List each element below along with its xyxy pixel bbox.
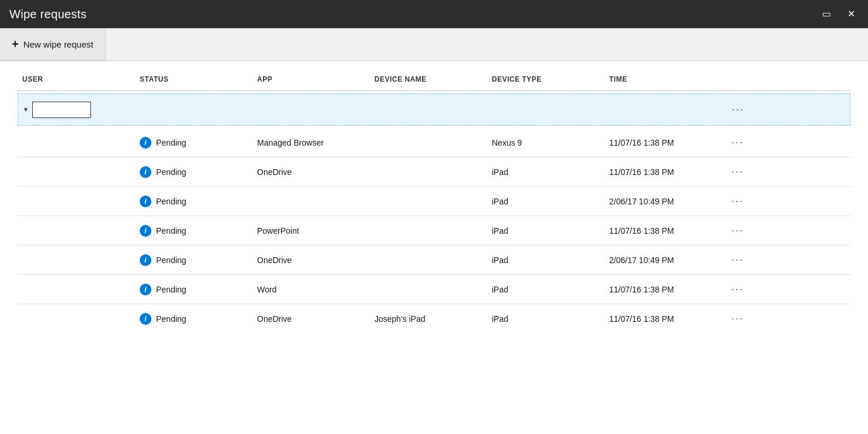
status-cell: iPending [135,131,252,154]
time-cell: 11/07/16 1:38 PM [604,279,722,300]
app-cell: Managed Browser [252,132,370,153]
row-ellipsis-button[interactable]: ··· [727,163,748,180]
user-cell [18,225,135,237]
app-cell: PowerPoint [252,220,370,241]
time-cell: 2/06/17 10:49 PM [604,250,722,271]
action-cell: ··· [722,187,757,216]
user-input[interactable] [32,102,91,118]
time-cell: 11/07/16 1:38 PM [604,220,722,241]
info-icon: i [140,166,151,178]
user-cell [18,137,135,149]
column-header-user: USER [18,73,135,86]
row-ellipsis-button[interactable]: ··· [727,222,748,239]
column-header-status: STATUS [135,73,252,86]
row-ellipsis-button[interactable]: ··· [727,310,748,327]
status-cell: iPending [135,307,252,331]
info-icon: i [140,313,151,325]
table-row: iPendingPowerPointiPad11/07/16 1:38 PM··… [18,216,850,245]
selected-row-time-cell [605,107,722,112]
status-cell: iPending [135,219,252,243]
column-header-app: APP [252,73,370,86]
info-icon: i [140,284,151,295]
selected-row-user-cell: ▼ [18,99,136,120]
device-name-cell [370,166,487,178]
selected-row-device-name-cell [370,107,488,112]
device-name-cell [370,254,487,266]
time-cell: 11/07/16 1:38 PM [604,162,722,183]
device-type-cell: Nexus 9 [487,132,604,153]
title-bar: Wipe requests ▭ ✕ [0,0,868,28]
minimize-button[interactable]: ▭ [819,7,835,21]
info-icon: i [140,196,151,207]
user-cell [18,166,135,178]
column-header-device-name: DEVICE NAME [370,73,487,86]
selected-row-status-cell [136,107,253,112]
device-name-cell [370,196,487,207]
selected-row-app-cell [253,107,370,112]
device-name-cell [370,137,487,149]
selected-row-ellipsis-button[interactable]: ··· [727,101,749,118]
window-title: Wipe requests [9,8,87,21]
wipe-requests-table: USER STATUS APP DEVICE NAME DEVICE TYPE … [18,73,850,333]
row-ellipsis-button[interactable]: ··· [727,251,748,268]
time-cell: 11/07/16 1:38 PM [604,132,722,153]
column-header-actions [722,73,757,86]
app-cell [252,196,370,207]
column-header-device-type: DEVICE TYPE [487,73,604,86]
device-type-cell: iPad [487,250,604,271]
time-cell: 2/06/17 10:49 PM [604,191,722,212]
device-name-cell [370,284,487,295]
table-body: iPendingManaged BrowserNexus 911/07/16 1… [18,128,850,333]
action-cell: ··· [722,216,757,245]
status-cell: iPending [135,190,252,213]
status-cell: iPending [135,160,252,184]
new-wipe-request-button[interactable]: + New wipe request [0,28,106,60]
user-cell [18,254,135,266]
app-cell: OneDrive [252,250,370,271]
device-type-cell: iPad [487,220,604,241]
table-row: iPendingiPad2/06/17 10:49 PM··· [18,187,850,216]
window-controls: ▭ ✕ [819,7,859,21]
row-ellipsis-button[interactable]: ··· [727,281,748,298]
user-cell [18,284,135,295]
plus-icon: + [12,38,19,51]
device-type-cell: iPad [487,191,604,212]
table-row: iPendingWordiPad11/07/16 1:38 PM··· [18,275,850,304]
row-ellipsis-button[interactable]: ··· [727,193,748,210]
action-cell: ··· [722,245,757,274]
row-ellipsis-button[interactable]: ··· [727,134,748,151]
selected-row: ▼ ··· [18,93,850,126]
device-name-cell [370,225,487,237]
column-header-time: TIME [604,73,722,86]
device-type-cell: iPad [487,162,604,183]
app-cell: Word [252,279,370,300]
selected-row-actions-cell: ··· [722,99,758,120]
action-cell: ··· [722,157,757,186]
new-wipe-request-label: New wipe request [23,39,93,49]
close-button[interactable]: ✕ [844,7,859,21]
table-row: iPendingOneDriveiPad11/07/16 1:38 PM··· [18,157,850,187]
selected-row-device-type-cell [488,107,605,112]
action-cell: ··· [722,275,757,304]
table-header: USER STATUS APP DEVICE NAME DEVICE TYPE … [18,73,850,91]
info-icon: i [140,137,151,149]
action-cell: ··· [722,304,757,333]
device-type-cell: iPad [487,308,604,329]
status-cell: iPending [135,278,252,301]
user-cell [18,313,135,325]
table-row: iPendingManaged BrowserNexus 911/07/16 1… [18,128,850,157]
user-cell [18,196,135,207]
table-row: iPendingOneDriveiPad2/06/17 10:49 PM··· [18,245,850,275]
status-cell: iPending [135,248,252,272]
toolbar: + New wipe request [0,28,868,61]
info-icon: i [140,225,151,237]
time-cell: 11/07/16 1:38 PM [604,308,722,329]
content-area: USER STATUS APP DEVICE NAME DEVICE TYPE … [0,61,868,434]
table-row: iPendingOneDriveJoseph's iPadiPad11/07/1… [18,304,850,333]
action-cell: ··· [722,128,757,157]
info-icon: i [140,254,151,266]
expand-arrow-icon[interactable]: ▼ [23,106,29,113]
app-cell: OneDrive [252,162,370,183]
app-cell: OneDrive [252,308,370,329]
device-name-cell: Joseph's iPad [370,308,487,329]
